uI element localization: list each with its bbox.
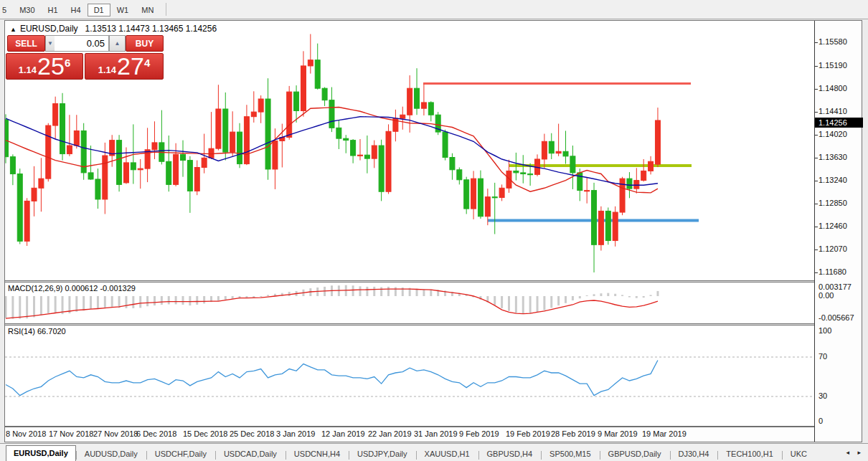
tab-scroll-right-icon[interactable]: ▸	[857, 449, 861, 456]
candle	[372, 141, 377, 168]
lot-increase-button[interactable]: ▲	[109, 35, 126, 52]
chart-tab-ukc[interactable]: UKC	[782, 447, 816, 461]
timeframe-button-5[interactable]: 5	[0, 4, 13, 16]
rsi-axis-label: 0	[819, 417, 823, 425]
candle	[315, 44, 320, 90]
candle	[24, 198, 29, 246]
time-axis-label: 22 Jan 2019	[368, 429, 412, 438]
candle	[39, 158, 44, 212]
axis-tick	[815, 135, 818, 136]
candle	[605, 207, 610, 244]
timeframe-button-mn[interactable]: MN	[135, 4, 160, 16]
lot-size-input[interactable]	[55, 35, 109, 52]
chart-tab-usdcad-daily[interactable]: USDCAD,Daily	[215, 447, 286, 461]
candle	[336, 120, 341, 149]
candle	[521, 155, 526, 184]
candle	[407, 75, 412, 133]
candle	[294, 85, 299, 123]
time-axis[interactable]: 8 Nov 201817 Nov 201827 Nov 20186 Dec 20…	[5, 427, 814, 442]
candle	[598, 206, 603, 251]
chart-tab-tech100-h1[interactable]: TECH100,H1	[717, 447, 781, 461]
candle	[322, 87, 327, 106]
candle	[428, 101, 433, 121]
macd-axis-label: -0.005667	[819, 313, 854, 322]
candle	[88, 146, 93, 180]
candle	[103, 143, 108, 214]
ask-price-button[interactable]: 1.14 27 4	[85, 53, 164, 80]
candle	[386, 124, 391, 194]
collapse-arrow-icon[interactable]: ▲	[10, 26, 16, 33]
axis-tick	[815, 158, 818, 158]
chart-window: ▲EURUSD,Daily1.13513 1.14473 1.13465 1.1…	[4, 20, 862, 442]
price-axis-label: 1.14020	[819, 130, 847, 138]
chart-tab-usdcnh-h4[interactable]: USDCNH,H4	[286, 447, 349, 461]
buy-button[interactable]: BUY	[126, 35, 164, 52]
tab-scroll-left-icon[interactable]: ◂	[846, 449, 849, 456]
chart-tab-gbpusd-daily[interactable]: GBPUSD,Daily	[600, 447, 670, 461]
rsi-pane[interactable]: RSI(14) 66.7020	[5, 325, 814, 426]
candle	[152, 121, 157, 159]
current-price-tag: 1.14256	[815, 118, 863, 128]
sell-button[interactable]: SELL	[7, 35, 45, 52]
axis-tick	[815, 66, 818, 67]
candle	[443, 130, 448, 161]
time-axis-label: 19 Feb 2019	[506, 429, 550, 438]
time-axis-label: 15 Dec 2018	[183, 429, 227, 438]
candle	[450, 153, 455, 180]
rsi-indicator-label: RSI(14) 66.7020	[8, 327, 66, 336]
axis-tick	[815, 204, 818, 204]
time-axis-label: 28 Feb 2019	[551, 429, 595, 438]
candle	[287, 86, 292, 140]
price-axis-label: 1.11680	[819, 267, 846, 276]
candle	[209, 112, 214, 159]
time-axis-label: 6 Dec 2018	[136, 429, 176, 438]
candle	[53, 97, 58, 139]
chart-tab-audusd-daily[interactable]: AUDUSD,Daily	[76, 447, 146, 461]
candle	[648, 156, 654, 175]
timeframe-button-w1[interactable]: W1	[110, 4, 136, 16]
time-axis-label: 12 Jan 2019	[321, 429, 365, 438]
macd-axis-label: 0.00	[819, 291, 834, 300]
chart-tab-usdjpy-daily[interactable]: USDJPY,Daily	[349, 447, 416, 461]
lot-decrease-button[interactable]: ▼	[45, 35, 55, 52]
chart-tab-usdchf-daily[interactable]: USDCHF,Daily	[146, 447, 215, 461]
macd-axis-label: 0.003177	[819, 282, 852, 291]
candle	[421, 84, 426, 115]
candle	[159, 110, 164, 165]
timeframe-button-d1[interactable]: D1	[88, 4, 110, 16]
chart-tab-dj30-h4[interactable]: DJ30,H4	[670, 447, 718, 461]
candle	[95, 168, 100, 209]
price-axis-label: 1.13630	[819, 153, 847, 161]
price-axis-label: 1.13240	[819, 176, 847, 184]
price-axis[interactable]: 1.155801.151901.148001.144101.140201.136…	[814, 21, 862, 442]
candle	[344, 135, 349, 153]
candle	[46, 123, 51, 181]
candle	[265, 78, 270, 180]
macd-pane[interactable]: MACD(12,26,9) 0.000612 -0.001329	[5, 282, 814, 323]
timeframe-button-m30[interactable]: M30	[13, 4, 41, 16]
axis-tick	[815, 249, 818, 250]
candle	[251, 91, 256, 123]
candle	[641, 159, 646, 181]
chart-tab-xauusd-h1[interactable]: XAUUSD,H1	[416, 447, 478, 461]
chart-ohlc-values: 1.13513 1.14473 1.13465 1.14256	[85, 24, 217, 34]
price-axis-label: 1.14800	[819, 84, 847, 92]
timeframe-button-h4[interactable]: H4	[65, 4, 88, 16]
time-axis-label: 17 Nov 2018	[49, 429, 93, 438]
candle	[415, 68, 420, 115]
chart-tab-sp500-m15[interactable]: SP500,M15	[541, 447, 599, 461]
chart-tab-gbpusd-h4[interactable]: GBPUSD,H4	[478, 447, 542, 461]
spin-down-icon: ▼	[47, 40, 53, 47]
axis-tick	[815, 112, 818, 113]
candle	[492, 183, 497, 234]
bid-price-prefix: 1.14	[19, 65, 37, 75]
timeframe-button-h1[interactable]: H1	[42, 4, 65, 16]
candle	[563, 130, 568, 163]
rsi-axis-label: 70	[819, 352, 827, 361]
price-axis-label: 1.15580	[819, 37, 847, 46]
time-axis-label: 19 Mar 2019	[642, 429, 687, 438]
candle	[435, 112, 440, 135]
bid-price-button[interactable]: 1.14 25 6	[6, 53, 83, 80]
candle	[10, 154, 15, 185]
chart-tab-eurusd-daily[interactable]: EURUSD,Daily	[6, 445, 76, 461]
